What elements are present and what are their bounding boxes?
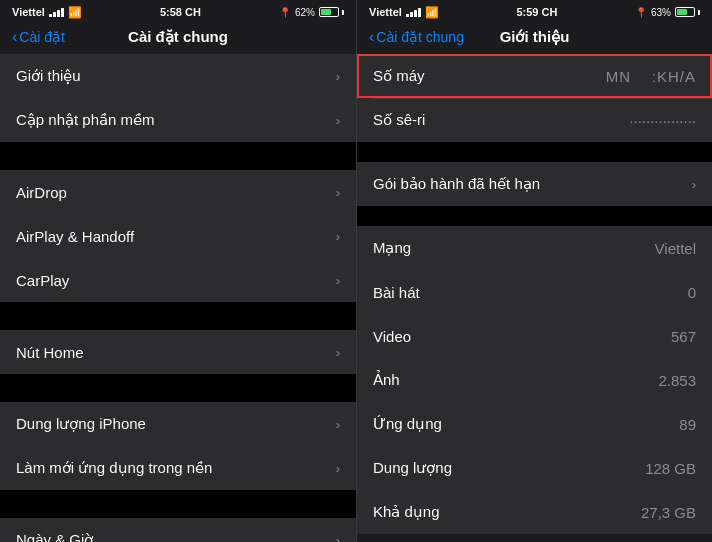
item-nut-home[interactable]: Nút Home ›	[0, 330, 356, 374]
section-5: Ngày & Giờ ›	[0, 518, 356, 542]
chevron-icon: ›	[336, 461, 340, 476]
info-section: Mạng Viettel Bài hát 0 Video 567 Ảnh 2.8…	[357, 226, 712, 534]
battery-percent-right: 63%	[651, 7, 671, 18]
chevron-icon: ›	[336, 533, 340, 543]
right-content: Số máy MN :KH/A Số sê-ri ···············…	[357, 54, 712, 542]
separator-2	[0, 302, 356, 330]
chevron-icon: ›	[336, 417, 340, 432]
chevron-icon: ›	[336, 69, 340, 84]
battery-percent-left: 62%	[295, 7, 315, 18]
chevron-icon: ›	[336, 345, 340, 360]
status-right-left: 📍 62%	[279, 7, 344, 18]
item-mang: Mạng Viettel	[357, 226, 712, 270]
top-section: Số máy MN :KH/A Số sê-ri ···············…	[357, 54, 712, 142]
nav-title-left: Cài đặt chung	[128, 28, 228, 46]
status-bar-left: Viettel 📶 5:58 CH 📍 62%	[0, 0, 356, 24]
item-kha-dung: Khả dụng 27,3 GB	[357, 490, 712, 534]
item-bao-hanh[interactable]: Gói bảo hành đã hết hạn ›	[357, 162, 712, 206]
chevron-icon: ›	[336, 229, 340, 244]
status-left-left: Viettel 📶	[12, 6, 82, 19]
signal-bars-right	[406, 8, 421, 17]
back-button-right[interactable]: ‹ Cài đặt chung	[369, 28, 464, 46]
time-left: 5:58 CH	[160, 6, 201, 18]
back-button-left[interactable]: ‹ Cài đặt	[12, 28, 65, 46]
chevron-icon: ›	[692, 177, 696, 192]
separator-4	[0, 490, 356, 518]
back-label-right: Cài đặt chung	[376, 29, 464, 45]
section-2: AirDrop › AirPlay & Handoff › CarPlay ›	[0, 170, 356, 302]
nav-bar-left: ‹ Cài đặt Cài đặt chung	[0, 24, 356, 54]
separator-right-2	[357, 206, 712, 226]
wifi-icon-right: 📶	[425, 6, 439, 19]
item-ngay-gio[interactable]: Ngày & Giờ ›	[0, 518, 356, 542]
wifi-icon-left: 📶	[68, 6, 82, 19]
chevron-icon: ›	[336, 113, 340, 128]
location-icon-right: 📍	[635, 7, 647, 18]
item-airplay[interactable]: AirPlay & Handoff ›	[0, 214, 356, 258]
back-chevron-left: ‹	[12, 28, 17, 46]
item-bai-hat: Bài hát 0	[357, 270, 712, 314]
chevron-icon: ›	[336, 185, 340, 200]
item-dung-luong: Dung lượng 128 GB	[357, 446, 712, 490]
battery-right	[675, 7, 700, 17]
back-chevron-right: ‹	[369, 28, 374, 46]
back-label-left: Cài đặt	[19, 29, 65, 45]
warranty-section: Gói bảo hành đã hết hạn ›	[357, 162, 712, 206]
left-content: Giới thiệu › Cập nhật phần mềm › AirDrop…	[0, 54, 356, 542]
item-dung-luong[interactable]: Dung lượng iPhone ›	[0, 402, 356, 446]
item-so-seri: Số sê-ri ················	[357, 98, 712, 142]
item-carplay[interactable]: CarPlay ›	[0, 258, 356, 302]
item-anh: Ảnh 2.853	[357, 358, 712, 402]
item-video: Video 567	[357, 314, 712, 358]
battery-left	[319, 7, 344, 17]
item-gioi-thieu[interactable]: Giới thiệu ›	[0, 54, 356, 98]
status-left-right: Viettel 📶	[369, 6, 439, 19]
left-panel: Viettel 📶 5:58 CH 📍 62% ‹ Cài đặ	[0, 0, 356, 542]
section-1: Giới thiệu › Cập nhật phần mềm ›	[0, 54, 356, 142]
status-right-right: 📍 63%	[635, 7, 700, 18]
item-lam-moi[interactable]: Làm mới ứng dụng trong nền ›	[0, 446, 356, 490]
status-bar-right: Viettel 📶 5:59 CH 📍 63%	[357, 0, 712, 24]
location-icon-left: 📍	[279, 7, 291, 18]
item-ung-dung: Ứng dụng 89	[357, 402, 712, 446]
right-panel: Viettel 📶 5:59 CH 📍 63% ‹ Cài đặ	[356, 0, 712, 542]
item-so-may: Số máy MN :KH/A	[357, 54, 712, 98]
chevron-icon: ›	[336, 273, 340, 288]
section-3: Nút Home ›	[0, 330, 356, 374]
nav-bar-right: ‹ Cài đặt chung Giới thiệu	[357, 24, 712, 54]
separator-right-1	[357, 142, 712, 162]
section-4: Dung lượng iPhone › Làm mới ứng dụng tro…	[0, 402, 356, 490]
carrier-right: Viettel	[369, 6, 402, 18]
separator-1	[0, 142, 356, 170]
item-cap-nhat[interactable]: Cập nhật phần mềm ›	[0, 98, 356, 142]
separator-3	[0, 374, 356, 402]
nav-title-right: Giới thiệu	[500, 28, 570, 46]
time-right: 5:59 CH	[516, 6, 557, 18]
signal-bars-left	[49, 8, 64, 17]
item-airdrop[interactable]: AirDrop ›	[0, 170, 356, 214]
carrier-left: Viettel	[12, 6, 45, 18]
